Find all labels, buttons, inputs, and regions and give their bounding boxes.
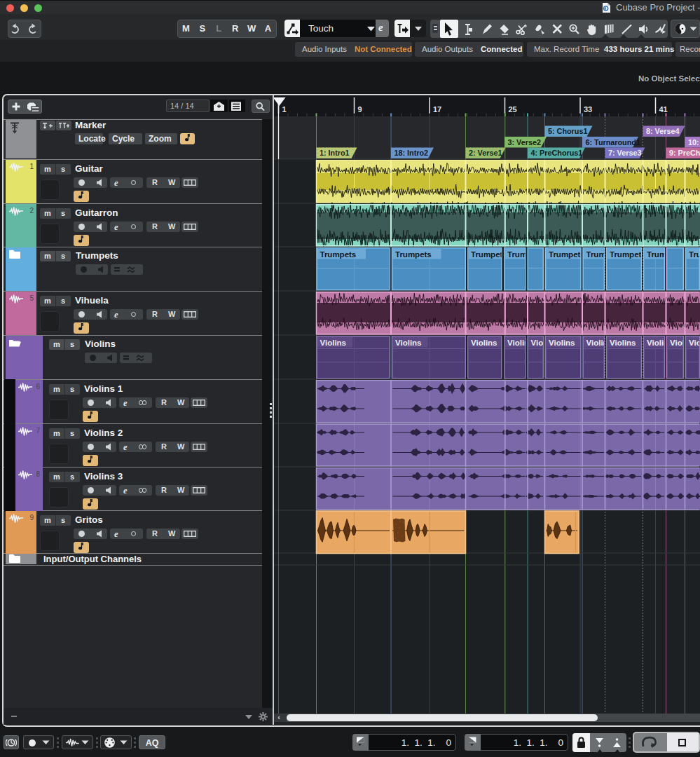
svg-text:Violins: Violins: [320, 339, 347, 347]
svg-text:Trumpets: Trumpets: [395, 250, 432, 259]
svg-text:33: 33: [584, 105, 592, 114]
svg-text:Violins: Violins: [549, 339, 575, 347]
svg-text:4: PreChorus1: 4: PreChorus1: [531, 149, 583, 157]
svg-text:9: PreChorus2: 9: PreChorus2: [669, 149, 700, 157]
svg-text:1: Intro1: 1: Intro1: [320, 149, 350, 157]
svg-text:7: Verse3: 7: Verse3: [608, 149, 641, 157]
svg-text:Violins: Violins: [471, 339, 497, 347]
svg-text:6: Turnaround1: 6: Turnaround1: [586, 138, 640, 146]
svg-text:Trumpets: Trumpets: [320, 250, 357, 259]
svg-text:18: Intro2: 18: Intro2: [394, 149, 429, 157]
svg-text:Violins: Violins: [395, 339, 422, 347]
svg-text:Violins: Violins: [689, 339, 700, 347]
svg-text:2: Verse1: 2: Verse1: [469, 149, 502, 157]
svg-text:10: Chorus2: 10: Chorus2: [688, 138, 700, 146]
svg-text:Trumpets: Trumpets: [610, 250, 646, 259]
svg-text:3: Verse2: 3: Verse2: [508, 138, 541, 146]
svg-text:41: 41: [659, 105, 668, 114]
svg-text:9: 9: [358, 105, 362, 114]
svg-text:Trumpets: Trumpets: [549, 250, 585, 259]
svg-text:Violins: Violins: [610, 339, 636, 347]
svg-text:8: Verse4: 8: Verse4: [646, 127, 679, 135]
svg-text:17: 17: [433, 105, 441, 114]
svg-text:Trumpets: Trumpets: [689, 250, 700, 259]
svg-text:5: Chorus1: 5: Chorus1: [548, 127, 587, 135]
svg-text:25: 25: [509, 105, 517, 114]
svg-text:1: 1: [282, 105, 287, 114]
